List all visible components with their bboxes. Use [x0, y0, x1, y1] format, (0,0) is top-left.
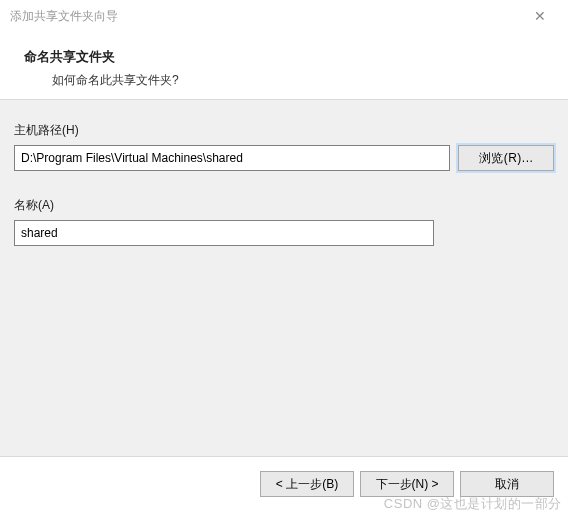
page-subtitle: 如何命名此共享文件夹? — [24, 72, 544, 89]
window-title: 添加共享文件夹向导 — [10, 8, 118, 25]
titlebar: 添加共享文件夹向导 ✕ — [0, 0, 568, 32]
close-button[interactable]: ✕ — [520, 2, 560, 30]
wizard-footer: < 上一步(B) 下一步(N) > 取消 — [0, 457, 568, 497]
browse-button[interactable]: 浏览(R)... — [458, 145, 554, 171]
close-icon: ✕ — [534, 8, 546, 24]
host-path-row: 浏览(R)... — [14, 145, 554, 171]
wizard-content: 主机路径(H) 浏览(R)... 名称(A) — [0, 99, 568, 457]
cancel-button[interactable]: 取消 — [460, 471, 554, 497]
next-button[interactable]: 下一步(N) > — [360, 471, 454, 497]
name-input[interactable] — [14, 220, 434, 246]
page-title: 命名共享文件夹 — [24, 48, 544, 66]
back-button[interactable]: < 上一步(B) — [260, 471, 354, 497]
name-row — [14, 220, 554, 246]
wizard-header: 命名共享文件夹 如何命名此共享文件夹? — [0, 32, 568, 99]
host-path-input[interactable] — [14, 145, 450, 171]
watermark-text: CSDN @这也是计划的一部分 — [384, 495, 562, 513]
name-label: 名称(A) — [14, 197, 554, 214]
host-path-label: 主机路径(H) — [14, 122, 554, 139]
